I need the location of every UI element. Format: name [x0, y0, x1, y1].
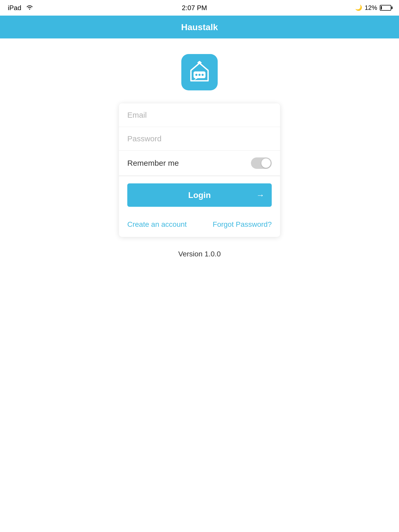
- forgot-password-link[interactable]: Forgot Password?: [213, 220, 272, 229]
- remember-me-row: Remember me: [119, 151, 280, 176]
- battery-icon: [380, 5, 391, 11]
- wifi-icon: [25, 4, 34, 12]
- email-input[interactable]: [127, 111, 272, 119]
- email-field-container: [119, 103, 280, 127]
- moon-icon: 🌙: [355, 4, 362, 11]
- svg-point-2: [198, 74, 201, 76]
- nav-bar: Haustalk: [0, 16, 399, 38]
- version-label: Version 1.0.0: [178, 250, 221, 258]
- app-icon: [181, 54, 218, 90]
- haustalk-logo-icon: [188, 61, 211, 84]
- main-content: Remember me Login → Create an account Fo…: [0, 38, 399, 258]
- device-label: iPad: [8, 4, 21, 12]
- login-arrow-icon: →: [256, 190, 264, 200]
- status-bar-left: iPad: [8, 4, 34, 12]
- login-button-label: Login: [188, 190, 211, 200]
- password-field-container: [119, 127, 280, 151]
- svg-point-3: [202, 74, 204, 76]
- remember-me-label: Remember me: [127, 159, 179, 168]
- remember-me-toggle[interactable]: [251, 157, 272, 169]
- password-input[interactable]: [127, 134, 272, 143]
- login-button[interactable]: Login →: [127, 183, 272, 207]
- status-bar-time: 2:07 PM: [182, 4, 207, 12]
- app-icon-container: [181, 54, 218, 90]
- links-row: Create an account Forgot Password?: [119, 214, 280, 237]
- status-bar: iPad 2:07 PM 🌙 12%: [0, 0, 399, 16]
- svg-point-1: [195, 74, 197, 76]
- login-section: Login →: [119, 176, 280, 214]
- form-fields: Remember me: [119, 103, 280, 176]
- nav-title: Haustalk: [181, 22, 218, 32]
- toggle-knob: [261, 158, 271, 168]
- battery-percentage: 12%: [365, 4, 377, 11]
- status-bar-right: 🌙 12%: [355, 4, 391, 11]
- create-account-link[interactable]: Create an account: [127, 220, 187, 229]
- login-card: Remember me Login → Create an account Fo…: [119, 103, 280, 237]
